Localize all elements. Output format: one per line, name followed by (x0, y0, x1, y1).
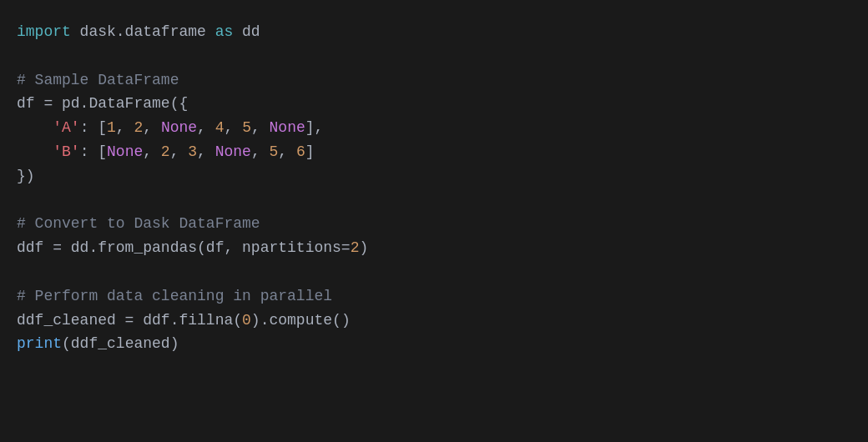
code-token: , (197, 140, 215, 164)
code-token: 5 (270, 140, 279, 164)
code-token: , (251, 116, 270, 140)
code-token: None (107, 140, 143, 164)
code-token: 5 (242, 116, 251, 140)
code-token: 2 (351, 236, 360, 260)
code-line: # Convert to Dask DataFrame (17, 212, 851, 236)
code-token: 0 (242, 309, 251, 333)
code-token (17, 140, 53, 164)
code-token: print (17, 332, 62, 356)
code-token: df = pd.DataFrame({ (17, 92, 188, 116)
code-token: , (225, 116, 243, 140)
code-line: ddf_cleaned = ddf.fillna(0).compute() (17, 309, 851, 333)
code-token: None (215, 140, 251, 164)
blank-line (17, 44, 851, 68)
code-token: : [ (80, 116, 107, 140)
code-token: 6 (296, 140, 305, 164)
code-token: , (143, 116, 161, 140)
code-token: , (278, 140, 296, 164)
code-token: 2 (134, 116, 143, 140)
code-token: 3 (188, 140, 197, 164)
code-token: as (215, 20, 234, 44)
code-line: 'B': [None, 2, 3, None, 5, 6] (17, 140, 851, 164)
code-token: , (170, 140, 189, 164)
code-token: 2 (161, 140, 170, 164)
code-token: # Perform data cleaning in parallel (17, 284, 332, 309)
code-token: , (251, 140, 270, 164)
code-token: None (270, 116, 305, 140)
code-token: ], (305, 116, 324, 140)
code-token: ).compute() (251, 309, 351, 333)
code-token: 4 (215, 116, 225, 140)
code-token: , (143, 140, 161, 164)
code-token: import (17, 20, 71, 44)
blank-line (17, 188, 851, 213)
code-token: : [ (80, 140, 107, 164)
code-token: # Sample DataFrame (17, 68, 179, 93)
code-line: }) (17, 164, 851, 188)
code-token: ddf = dd.from_pandas(df, npartitions= (17, 236, 351, 260)
code-token: ) (359, 236, 368, 260)
code-token: # Convert to Dask DataFrame (17, 212, 260, 236)
code-token: 1 (107, 116, 116, 140)
code-token: 'A' (53, 116, 79, 140)
code-line: print(ddf_cleaned) (17, 332, 851, 356)
code-block: import dask.dataframe as dd# Sample Data… (17, 20, 851, 356)
code-editor: import dask.dataframe as dd# Sample Data… (0, 0, 868, 442)
blank-line (17, 260, 851, 284)
code-token: dd (233, 20, 260, 44)
code-token: ddf_cleaned = ddf.fillna( (17, 309, 242, 333)
code-line: # Sample DataFrame (17, 68, 851, 93)
code-token: , (116, 116, 134, 140)
code-token: 'B' (53, 140, 79, 164)
code-token: (ddf_cleaned) (62, 332, 179, 356)
code-line: 'A': [1, 2, None, 4, 5, None], (17, 116, 851, 140)
code-token: }) (17, 164, 35, 188)
code-line: import dask.dataframe as dd (17, 20, 851, 44)
code-token: , (197, 116, 215, 140)
code-line: df = pd.DataFrame({ (17, 92, 851, 116)
code-token: dask.dataframe (71, 20, 215, 44)
code-token: None (161, 116, 197, 140)
code-token (17, 116, 53, 140)
code-line: # Perform data cleaning in parallel (17, 284, 851, 309)
code-line: ddf = dd.from_pandas(df, npartitions=2) (17, 236, 851, 260)
code-token: ] (305, 140, 315, 164)
